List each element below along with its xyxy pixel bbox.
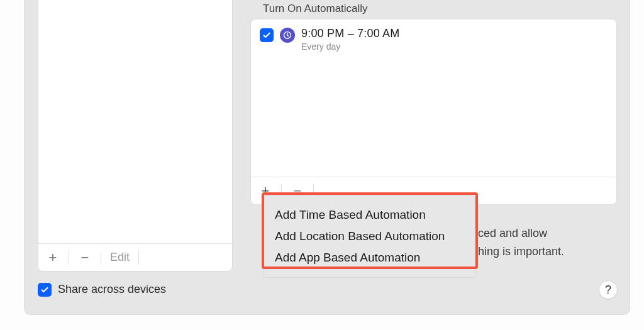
schedule-frequency: Every day [301, 41, 400, 52]
automation-row[interactable]: 9:00 PM – 7:00 AM Every day [260, 27, 608, 52]
checkmark-icon [262, 31, 271, 40]
section-title: Turn On Automatically [263, 3, 617, 15]
share-across-devices-label: Share across devices [58, 283, 166, 296]
separator [69, 251, 69, 265]
left-add-button[interactable]: + [46, 251, 60, 265]
left-edit-button[interactable]: Edit [110, 251, 130, 264]
left-list-area[interactable] [38, 0, 232, 243]
schedule-time-range: 9:00 PM – 7:00 AM [301, 27, 400, 40]
menu-item-location-based[interactable]: Add Location Based Automation [275, 226, 464, 247]
automation-rows[interactable]: 9:00 PM – 7:00 AM Every day [251, 19, 616, 177]
description-fragment-2: hing is important. [478, 243, 564, 261]
automation-list-card: 9:00 PM – 7:00 AM Every day + − [250, 19, 617, 205]
checkmark-icon [40, 285, 49, 294]
share-across-devices-checkbox[interactable] [38, 283, 52, 297]
separator [101, 251, 101, 265]
add-automation-menu[interactable]: Add Time Based Automation Add Location B… [263, 195, 475, 278]
left-remove-button[interactable]: − [78, 251, 92, 265]
share-across-devices-row[interactable]: Share across devices [38, 282, 166, 297]
schedule-enabled-checkbox[interactable] [260, 28, 274, 42]
schedule-text: 9:00 PM – 7:00 AM Every day [301, 27, 400, 52]
menu-item-app-based[interactable]: Add App Based Automation [275, 247, 464, 268]
menu-item-time-based[interactable]: Add Time Based Automation [275, 204, 464, 226]
clock-icon [280, 28, 295, 43]
help-button[interactable]: ? [599, 280, 618, 299]
description-fragment-1: ced and allow [478, 224, 547, 243]
left-list-toolbar: + − Edit [38, 243, 232, 271]
separator [138, 251, 139, 265]
left-list-card: + − Edit [38, 0, 233, 272]
